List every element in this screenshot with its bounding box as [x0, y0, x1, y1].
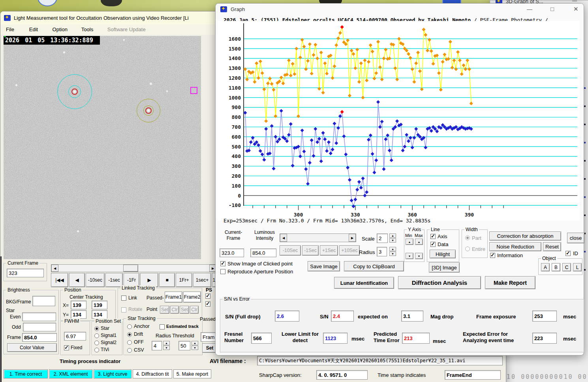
comparison-star-point[interactable] [376, 40, 380, 43]
target-star-point[interactable] [378, 125, 382, 129]
timing-tab-2[interactable]: 2. XML element [49, 369, 92, 378]
window-graph[interactable]: Graph — □ ✕ 2026 Jan 5; (7551) Edstolper… [215, 3, 584, 356]
set2-button[interactable]: Set [180, 306, 189, 314]
comparison-star-point[interactable] [274, 115, 277, 118]
graph-scrollbar-left-icon[interactable]: ◀ [280, 234, 287, 242]
target-star-point[interactable] [390, 158, 393, 162]
object-l-button[interactable]: L [573, 263, 582, 271]
comparison-star-point[interactable] [295, 47, 298, 50]
target-star-point[interactable] [316, 140, 319, 144]
ymax-up-button[interactable]: ▲ [415, 239, 423, 245]
sharpcap-version-input[interactable]: 4. 0. 9571. 0 [316, 370, 368, 380]
comparison-star-point[interactable] [443, 53, 446, 56]
comparison-star-point[interactable] [348, 94, 351, 97]
close-button[interactable]: close [567, 233, 584, 243]
star-tracking-radio-anchor[interactable] [127, 324, 132, 329]
target-star-point[interactable] [329, 152, 333, 155]
position-set-radio-tivi[interactable] [94, 348, 99, 352]
comparison-star-point[interactable] [464, 67, 467, 71]
target-star-point[interactable] [299, 154, 302, 158]
reset-button[interactable]: Reset [543, 242, 561, 251]
comparison-star-point[interactable] [331, 76, 334, 80]
comparison-star-point[interactable] [414, 62, 418, 65]
target-star-point[interactable] [405, 133, 408, 137]
target-star-point[interactable] [317, 137, 321, 141]
menu-item-edit[interactable]: Edit [29, 26, 38, 32]
frame-brightness-input[interactable]: 854.0 [22, 333, 57, 342]
comparison-star-point[interactable] [301, 38, 304, 41]
comparison-star-point[interactable] [268, 77, 272, 80]
target-star-point[interactable] [323, 137, 327, 141]
expected-error-input[interactable]: 223 [532, 333, 557, 344]
comparison-star-point[interactable] [261, 71, 264, 75]
comparison-star-point[interactable] [416, 51, 420, 54]
x-center-input[interactable]: 139 [71, 301, 86, 309]
comparison-star-point[interactable] [323, 62, 327, 65]
target-star-point[interactable] [308, 161, 312, 164]
comparison-star-point[interactable] [291, 62, 294, 66]
target-star-point[interactable] [327, 140, 331, 144]
target-star-point[interactable] [334, 141, 338, 145]
target-star-point[interactable] [401, 149, 404, 152]
comparison-star-point[interactable] [333, 64, 336, 68]
comparison-star-point[interactable] [424, 33, 427, 37]
psf-checkbox-1[interactable] [205, 294, 210, 299]
position-set-radio-signal2[interactable] [94, 341, 99, 345]
comparison-star-point[interactable] [454, 67, 458, 71]
comparison-star-point[interactable] [255, 62, 258, 65]
show-image-checkbox[interactable] [220, 261, 225, 266]
comparison-star-point[interactable] [355, 48, 359, 51]
target-star-point[interactable] [291, 164, 294, 167]
comparison-star-point[interactable] [325, 72, 329, 75]
current-frame-input[interactable]: 323 [7, 269, 44, 277]
fresnel-number-input[interactable]: 566 [251, 333, 272, 344]
comparison-star-point[interactable] [297, 115, 300, 118]
position-set-radio-star[interactable] [94, 326, 99, 331]
target-star-point[interactable] [414, 127, 418, 131]
link-checkbox[interactable] [121, 295, 126, 301]
object-b-button[interactable]: B [552, 263, 560, 271]
comparison-star-point[interactable] [397, 37, 401, 41]
comparison-star-point[interactable] [458, 58, 462, 62]
video-scrollbar-thumb[interactable] [123, 265, 138, 272]
target-star-point[interactable] [336, 126, 340, 130]
comparison-star-point[interactable] [430, 49, 433, 53]
comparison-star-point[interactable] [359, 62, 363, 65]
comparison-star-point[interactable] [365, 79, 368, 82]
target-star-point[interactable] [249, 140, 253, 144]
comparison-star-point[interactable] [412, 80, 416, 84]
target-star-point[interactable] [251, 136, 254, 139]
tracking-radius-input[interactable]: 4 [152, 341, 162, 350]
timing-tab-4[interactable]: 4. Diffraction tit [133, 369, 172, 378]
comparison-star-point[interactable] [426, 49, 429, 52]
information-checkbox[interactable] [490, 253, 495, 258]
comparison-star-point[interactable] [272, 88, 275, 92]
color-value-button[interactable]: Color Value [7, 343, 57, 352]
ymin-up-button[interactable]: ▲ [406, 239, 413, 245]
comparison-star-point[interactable] [409, 56, 412, 60]
light-curve-chart[interactable]: -100010020030040050060070080090010001100… [217, 21, 580, 220]
scale-input[interactable]: 2 [377, 233, 388, 243]
comparison-star-point[interactable] [357, 80, 361, 84]
comparison-star-point[interactable] [422, 28, 425, 31]
comparison-star-point[interactable] [340, 25, 344, 29]
comparison-star-point[interactable] [310, 72, 314, 75]
comparison-star-point[interactable] [437, 71, 441, 75]
axis-checkbox[interactable] [430, 234, 436, 239]
target-star-point[interactable] [344, 152, 348, 156]
target-star-point[interactable] [333, 122, 336, 125]
comparison-star-point[interactable] [257, 76, 260, 80]
target-star-point[interactable] [367, 138, 370, 141]
target-star-point[interactable] [361, 177, 364, 180]
target-star-point[interactable] [262, 158, 266, 162]
comparison-star-point[interactable] [308, 42, 312, 46]
comparison-star-point[interactable] [281, 81, 285, 85]
comparison-star-point[interactable] [441, 60, 444, 64]
object-c-button[interactable]: C [562, 263, 571, 271]
comparison-star-point[interactable] [266, 81, 270, 85]
threshold-input[interactable]: 50 [178, 341, 190, 350]
noise-reduction-button[interactable]: Noise Reduction [489, 242, 541, 251]
target-star-point[interactable] [304, 167, 308, 171]
expected-on-input[interactable]: 3.1 [401, 310, 423, 322]
comparison-star-point[interactable] [428, 38, 431, 41]
